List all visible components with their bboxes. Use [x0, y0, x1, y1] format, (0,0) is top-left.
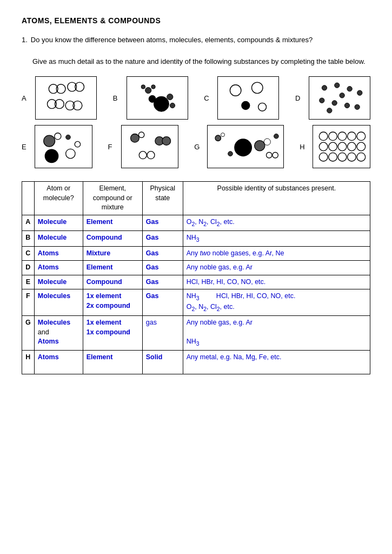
diagram-e-svg — [35, 126, 92, 168]
row-d-identity: Any noble gas, e.g. Ar — [183, 261, 370, 275]
diagram-row-1: A B — [22, 76, 370, 120]
diagram-label-a: A — [22, 94, 30, 102]
diagram-label-g: G — [194, 143, 202, 151]
row-b-element: Compound — [83, 230, 142, 246]
svg-point-40 — [147, 151, 155, 159]
question-number: 1. — [22, 35, 28, 51]
svg-point-62 — [338, 153, 347, 161]
diagram-d-svg — [309, 77, 370, 119]
svg-point-20 — [335, 83, 340, 88]
svg-point-28 — [340, 93, 344, 98]
svg-point-64 — [357, 153, 366, 161]
row-b-physical: Gas — [142, 230, 183, 246]
sub-text: Give as much detail as to the nature and… — [32, 56, 370, 67]
svg-point-43 — [235, 139, 252, 156]
row-g-element: 1x element 1x compound — [83, 316, 142, 351]
row-a-identity: O2, N2, Cl2, etc. — [183, 215, 370, 230]
row-d-label: D — [22, 261, 35, 275]
table-row-e: E Molecule Compound Gas HCl, HBr, HI, CO… — [22, 275, 370, 289]
svg-point-17 — [242, 102, 250, 110]
row-b-identity: NH3 — [183, 230, 370, 246]
col-header-element: Element,compound ormixture — [83, 182, 142, 215]
row-f-label: F — [22, 289, 35, 316]
row-g-atom: Molecules and Atoms — [34, 316, 83, 351]
row-e-label: E — [22, 275, 35, 289]
diagram-label-c: C — [204, 94, 212, 102]
question-text: Do you know the difference between atoms… — [31, 35, 313, 45]
svg-point-54 — [357, 132, 366, 141]
table-row-f: F Molecules 1x element 2x compound Gas N… — [22, 289, 370, 316]
row-c-element: Mixture — [83, 246, 142, 261]
svg-point-47 — [267, 153, 273, 159]
svg-point-61 — [329, 153, 337, 161]
svg-point-55 — [320, 142, 328, 151]
row-f-physical: Gas — [142, 289, 183, 316]
svg-point-29 — [44, 135, 55, 147]
svg-point-21 — [347, 87, 352, 91]
svg-point-42 — [221, 133, 225, 137]
diagram-c-svg — [218, 77, 278, 119]
svg-point-9 — [141, 85, 145, 89]
diagram-label-h: H — [300, 143, 307, 151]
svg-point-19 — [322, 85, 327, 90]
row-g-physical: gas — [142, 316, 183, 351]
row-h-identity: Any metal, e.g. Na, Mg, Fe, etc. — [183, 351, 370, 374]
row-c-atom: Atoms — [34, 246, 83, 261]
svg-point-60 — [320, 153, 328, 161]
svg-point-14 — [170, 103, 175, 108]
table-row-g: G Molecules and Atoms 1x element 1x comp… — [22, 316, 370, 351]
svg-point-53 — [348, 132, 356, 141]
svg-point-63 — [348, 153, 356, 161]
svg-point-38 — [162, 137, 171, 146]
diagram-a — [35, 76, 97, 120]
row-h-physical: Solid — [142, 351, 183, 374]
svg-point-26 — [355, 104, 360, 109]
diagram-label-e: E — [22, 143, 29, 151]
row-g-label: G — [22, 316, 35, 351]
row-a-physical: Gas — [142, 215, 183, 230]
row-b-label: B — [22, 230, 35, 246]
row-d-physical: Gas — [142, 261, 183, 275]
diagram-label-f: F — [108, 143, 116, 151]
diagram-label-d: D — [295, 94, 303, 102]
diagram-e — [35, 125, 92, 168]
diagram-d — [309, 76, 370, 120]
row-a-atom: Molecule — [34, 215, 83, 230]
question-block: 1. Do you know the difference between at… — [22, 35, 370, 67]
svg-point-56 — [329, 142, 337, 151]
svg-point-52 — [338, 132, 347, 141]
svg-point-31 — [66, 135, 71, 140]
svg-point-45 — [264, 138, 270, 145]
svg-point-58 — [348, 142, 356, 151]
table-row-a: A Molecule Element Gas O2, N2, Cl2, etc. — [22, 215, 370, 230]
row-h-element: Element — [83, 351, 142, 374]
diagram-label-b: B — [113, 94, 121, 102]
svg-point-8 — [145, 87, 151, 93]
svg-point-44 — [255, 141, 265, 151]
diagram-b-svg — [127, 77, 188, 119]
svg-point-36 — [138, 132, 144, 137]
row-h-atom: Atoms — [34, 351, 83, 374]
col-header-atom: Atom ormolecule? — [34, 182, 83, 215]
diagrams-section: A B — [22, 76, 370, 168]
svg-point-15 — [230, 85, 242, 96]
row-f-identity: NH3 HCl, HBr, HI, CO, NO, etc. O2, N2, C… — [183, 289, 370, 316]
svg-point-51 — [329, 132, 337, 141]
row-d-element: Element — [83, 261, 142, 275]
svg-point-39 — [139, 151, 147, 159]
row-c-identity: Any two noble gases, e.g. Ar, Ne — [183, 246, 370, 261]
table-row-h: H Atoms Element Solid Any metal, e.g. Na… — [22, 351, 370, 374]
svg-point-24 — [332, 101, 337, 105]
page-title: ATOMS, ELEMENTS & COMPOUNDS — [22, 16, 370, 25]
row-c-physical: Gas — [142, 246, 183, 261]
diagram-g-svg — [208, 126, 283, 168]
svg-point-13 — [167, 94, 173, 100]
diagram-h-svg — [313, 126, 370, 168]
table-row-b: B Molecule Compound Gas NH3 — [22, 230, 370, 246]
svg-point-34 — [75, 141, 80, 147]
svg-point-18 — [258, 103, 267, 111]
row-b-atom: Molecule — [34, 230, 83, 246]
svg-point-35 — [130, 134, 139, 142]
row-h-label: H — [22, 351, 35, 374]
row-g-identity: Any noble gas, e.g. Ar NH3 — [183, 316, 370, 351]
